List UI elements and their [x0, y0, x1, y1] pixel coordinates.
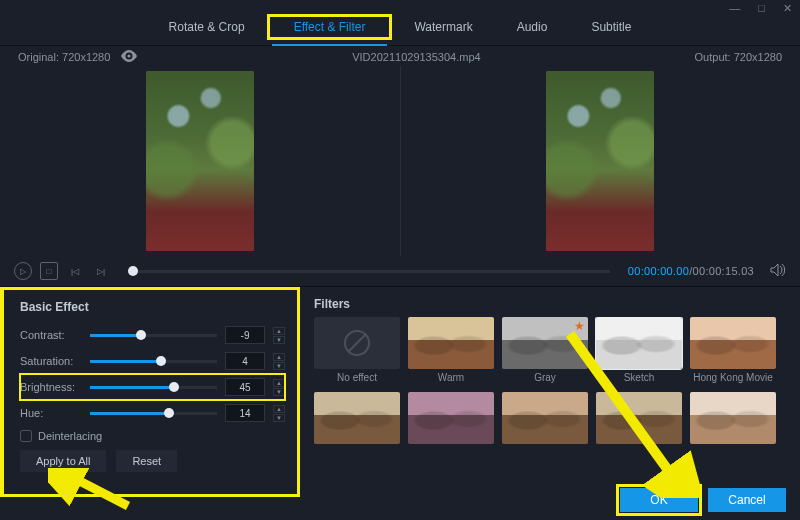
filter-thumb [596, 392, 682, 444]
brightness-row: Brightness: 45 ▲▼ [20, 374, 285, 400]
deinterlacing-checkbox[interactable]: Deinterlacing [20, 430, 285, 442]
hue-value[interactable]: 14 [225, 404, 265, 422]
filter-thumb: ★ [502, 317, 588, 369]
time-current: 00:00:00.00 [628, 265, 689, 277]
contrast-row: Contrast: -9 ▲▼ [20, 322, 285, 348]
original-label: Original: [18, 51, 59, 63]
filter-card-gray[interactable]: ★Gray [502, 317, 588, 384]
filter-thumb [408, 392, 494, 444]
progress-handle[interactable] [128, 266, 138, 276]
saturation-slider[interactable] [90, 360, 217, 363]
output-label: Output: [695, 51, 731, 63]
filters-title: Filters [314, 297, 792, 311]
saturation-row: Saturation: 4 ▲▼ [20, 348, 285, 374]
filters-grid: No effectWarm★GraySketchHong Kong Movie [314, 317, 792, 459]
filter-card-row2-5[interactable] [314, 392, 400, 459]
basic-effect-title: Basic Effect [20, 300, 285, 314]
original-thumb [146, 71, 254, 251]
filter-thumb [408, 317, 494, 369]
tab-subtitle[interactable]: Subtitle [569, 10, 653, 44]
saturation-label: Saturation: [20, 355, 82, 367]
filter-thumb [502, 392, 588, 444]
reset-button[interactable]: Reset [116, 450, 177, 472]
deinterlacing-label: Deinterlacing [38, 430, 102, 442]
filter-caption: Warm [408, 372, 494, 384]
filter-card-no-effect[interactable]: No effect [314, 317, 400, 384]
contrast-label: Contrast: [20, 329, 82, 341]
timecode: 00:00:00.00/00:00:15.03 [628, 265, 754, 277]
filters-panel: Filters No effectWarm★GraySketchHong Kon… [300, 287, 800, 497]
filter-caption [502, 447, 588, 459]
filter-caption: Sketch [596, 372, 682, 384]
filter-card-warm[interactable]: Warm [408, 317, 494, 384]
filter-card-row2-8[interactable] [596, 392, 682, 459]
filter-thumb [314, 392, 400, 444]
preview-area [0, 66, 800, 256]
brightness-value[interactable]: 45 [225, 378, 265, 396]
svg-line-2 [348, 334, 366, 352]
play-button[interactable]: ▷ [14, 262, 32, 280]
transport-bar: ▷ □ |◁ ▷| 00:00:00.00/00:00:15.03 [0, 256, 800, 287]
filter-caption: No effect [314, 372, 400, 384]
brightness-stepper[interactable]: ▲▼ [273, 379, 285, 396]
stop-button[interactable]: □ [40, 262, 58, 280]
filter-caption [596, 447, 682, 459]
filter-caption [314, 447, 400, 459]
filter-card-row2-7[interactable] [502, 392, 588, 459]
star-icon: ★ [574, 319, 585, 333]
prev-frame-button[interactable]: |◁ [66, 262, 84, 280]
filename: VID20211029135304.mp4 [138, 51, 694, 63]
saturation-stepper[interactable]: ▲▼ [273, 353, 285, 370]
output-res: 720x1280 [734, 51, 782, 63]
cancel-button[interactable]: Cancel [708, 488, 786, 512]
tab-watermark[interactable]: Watermark [392, 10, 494, 44]
filter-card-row2-6[interactable] [408, 392, 494, 459]
next-frame-button[interactable]: ▷| [92, 262, 110, 280]
output-thumb [546, 71, 654, 251]
dialog-footer: OK Cancel [620, 488, 786, 512]
tab-rotate-crop[interactable]: Rotate & Crop [147, 10, 267, 44]
hue-label: Hue: [20, 407, 82, 419]
contrast-value[interactable]: -9 [225, 326, 265, 344]
brightness-slider[interactable] [90, 386, 217, 389]
filter-caption: Gray [502, 372, 588, 384]
filter-card-row2-9[interactable] [690, 392, 776, 459]
hue-slider[interactable] [90, 412, 217, 415]
checkbox-icon [20, 430, 32, 442]
tab-audio[interactable]: Audio [495, 10, 570, 44]
filter-thumb [596, 317, 682, 369]
filter-caption [690, 447, 776, 459]
ok-button[interactable]: OK [620, 488, 698, 512]
filter-thumb [690, 392, 776, 444]
filter-thumb [690, 317, 776, 369]
editor-tabs: Rotate & Crop Effect & Filter Watermark … [0, 8, 800, 46]
maximize-button[interactable]: □ [758, 2, 765, 15]
hue-row: Hue: 14 ▲▼ [20, 400, 285, 426]
svg-point-0 [128, 54, 131, 57]
basic-effect-panel: Basic Effect Contrast: -9 ▲▼ Saturation:… [0, 287, 300, 497]
minimize-button[interactable]: — [729, 2, 740, 15]
volume-icon[interactable] [770, 263, 786, 279]
output-preview [400, 66, 801, 256]
close-button[interactable]: ✕ [783, 2, 792, 15]
filter-thumb [314, 317, 400, 369]
original-res: 720x1280 [62, 51, 110, 63]
time-total: 00:00:15.03 [693, 265, 754, 277]
filter-card-hong-kong-movie[interactable]: Hong Kong Movie [690, 317, 776, 384]
apply-to-all-button[interactable]: Apply to All [20, 450, 106, 472]
highlight-effect-tab: Effect & Filter [267, 14, 393, 40]
preview-toggle-icon[interactable] [120, 50, 138, 64]
filter-card-sketch[interactable]: Sketch [596, 317, 682, 384]
tab-effect-filter[interactable]: Effect & Filter [272, 10, 388, 46]
original-preview [0, 66, 400, 256]
progress-slider[interactable] [128, 270, 610, 273]
preview-meta: Original: 720x1280 VID20211029135304.mp4… [0, 46, 800, 66]
brightness-label: Brightness: [20, 381, 82, 393]
contrast-slider[interactable] [90, 334, 217, 337]
titlebar: — □ ✕ [0, 0, 800, 8]
filter-caption [408, 447, 494, 459]
contrast-stepper[interactable]: ▲▼ [273, 327, 285, 344]
saturation-value[interactable]: 4 [225, 352, 265, 370]
filter-caption: Hong Kong Movie [690, 372, 776, 384]
hue-stepper[interactable]: ▲▼ [273, 405, 285, 422]
